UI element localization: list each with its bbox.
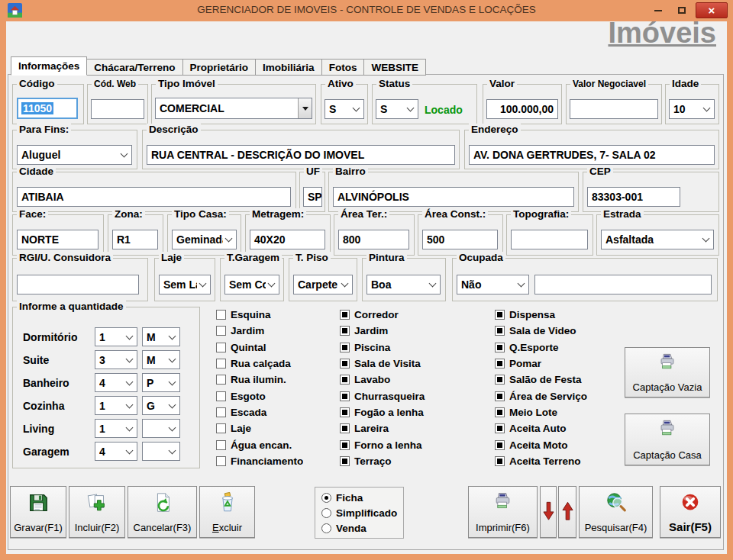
dormitorio-qty-select[interactable]: 1 xyxy=(95,327,137,346)
banheiro-size-select[interactable]: P xyxy=(142,373,180,392)
checkbox-dispensa[interactable]: Dispensa xyxy=(495,309,555,320)
incluir-button[interactable]: Incluir(F2) xyxy=(69,486,125,538)
status-select[interactable]: S xyxy=(376,99,418,119)
valor-input[interactable]: 100.000,00 xyxy=(486,99,558,119)
sair-button[interactable]: Sair(F5) xyxy=(660,486,721,538)
checkbox-laje[interactable]: Laje xyxy=(216,423,251,434)
suite-qty-select[interactable]: 3 xyxy=(95,350,137,369)
checkbox-churrasqueira[interactable]: Churrasqueira xyxy=(340,391,425,402)
excluir-button[interactable]: Excluir xyxy=(199,486,255,538)
checkbox-aceita-terreno[interactable]: Aceita Terreno xyxy=(495,455,581,467)
checkbox-lavabo[interactable]: Lavabo xyxy=(340,374,390,385)
dormitorio-size-select[interactable]: M xyxy=(142,327,180,346)
radio-venda[interactable]: Venda xyxy=(321,523,366,534)
pesquisar-button[interactable]: Pesquisar(F4) xyxy=(579,486,653,538)
cep-input[interactable]: 83303-001 xyxy=(587,187,680,207)
checkbox-forno-a-lenha[interactable]: Forno a lenha xyxy=(340,439,422,451)
checkbox-meio-lote[interactable]: Meio Lote xyxy=(495,407,557,418)
minimize-icon[interactable] xyxy=(648,2,668,18)
cod-web-input[interactable] xyxy=(91,99,144,119)
ocupada-extra-input[interactable] xyxy=(534,275,712,294)
dormitorio-label: Dormitório xyxy=(23,331,78,343)
checkbox-area-de-servico[interactable]: Área de Serviço xyxy=(495,391,587,402)
tab-website[interactable]: WEBSITE xyxy=(363,59,426,76)
tab-proprietario[interactable]: Proprietário xyxy=(182,59,257,76)
checkbox-financiamento[interactable]: Financiamento xyxy=(216,455,303,467)
checkbox-pomar[interactable]: Pomar xyxy=(495,358,541,369)
captacao-casa-button[interactable]: Captação Casa xyxy=(625,414,710,465)
checkbox-quintal[interactable]: Quintal xyxy=(216,342,266,353)
checkbox-box xyxy=(216,456,226,466)
checkbox-rua-calcada[interactable]: Rua calçada xyxy=(216,358,291,369)
area-ter-input[interactable]: 800 xyxy=(338,230,409,249)
checkbox-lareira[interactable]: Lareira xyxy=(340,423,389,434)
record-prev-button[interactable] xyxy=(558,486,576,538)
radio-simplificado[interactable]: Simplificado xyxy=(321,507,397,519)
checkbox-sala-de-video[interactable]: Sala de Video xyxy=(495,325,576,336)
checkbox-jardim-1[interactable]: Jardim xyxy=(216,325,264,336)
codigo-input[interactable]: 11050 xyxy=(17,98,78,119)
checkbox-esquina[interactable]: Esquina xyxy=(216,309,271,320)
tipo-casa-select[interactable]: Geminada xyxy=(172,230,237,249)
area-const-input[interactable]: 500 xyxy=(422,230,498,249)
laje-select[interactable]: Sem Laje xyxy=(159,275,211,294)
cidade-input[interactable]: ATIBAIA xyxy=(17,187,291,207)
checkbox-piscina[interactable]: Piscina xyxy=(340,342,390,353)
valor-negociavel-input[interactable] xyxy=(570,99,658,119)
gravar-button[interactable]: Gravar(F1) xyxy=(10,486,66,538)
para-fins-select[interactable]: Aluguel xyxy=(17,145,132,165)
pintura-select[interactable]: Boa xyxy=(366,275,441,294)
banheiro-qty-select[interactable]: 4 xyxy=(95,373,137,392)
imprimir-button[interactable]: Imprimir(F6) xyxy=(468,486,538,538)
garagem-size-select[interactable] xyxy=(142,442,180,461)
page-title: Imóveis xyxy=(608,17,716,50)
captacao-vazia-button[interactable]: Captação Vazia xyxy=(625,347,710,397)
tipo-imovel-select[interactable]: COMERCIAL xyxy=(155,98,312,119)
dropdown-button[interactable] xyxy=(298,98,312,118)
checkbox-jardim-2[interactable]: Jardim xyxy=(340,325,388,336)
face-input[interactable]: NORTE xyxy=(17,230,98,249)
descricao-input[interactable]: RUA CENTRAL - DESCRIÇÃO DO IMOVEL xyxy=(147,145,455,165)
checkbox-q-esporte[interactable]: Q.Esporte xyxy=(495,342,559,353)
living-qty-select[interactable]: 1 xyxy=(95,419,137,438)
zona-input[interactable]: R1 xyxy=(112,230,158,249)
living-size-select[interactable] xyxy=(142,419,180,438)
radio-ficha[interactable]: Ficha xyxy=(321,492,363,504)
checkbox-agua-encan[interactable]: Água encan. xyxy=(216,439,292,451)
ocupada-select[interactable]: Não xyxy=(457,275,529,294)
checkbox-aceita-auto[interactable]: Aceita Auto xyxy=(495,423,567,434)
checkbox-esgoto[interactable]: Esgoto xyxy=(216,391,266,402)
maximize-icon[interactable] xyxy=(672,2,692,18)
close-icon[interactable]: × xyxy=(696,2,728,18)
tab-informacoes[interactable]: Informações xyxy=(11,56,87,76)
rgi-input[interactable] xyxy=(17,275,139,294)
tab-imobiliaria[interactable]: Imobiliária xyxy=(255,59,322,76)
suite-size-select[interactable]: M xyxy=(142,350,180,369)
garagem-qty-select[interactable]: 4 xyxy=(95,442,137,461)
endereco-input[interactable]: AV. DONA GERTRUDES, 7- SALA 02 xyxy=(469,145,715,165)
cozinha-size-select[interactable]: G xyxy=(142,396,180,415)
estrada-select[interactable]: Asfaltada xyxy=(601,230,714,249)
tab-chacara-terreno[interactable]: Chácara/Terreno xyxy=(86,59,182,76)
checkbox-escada[interactable]: Escada xyxy=(216,407,266,418)
checkbox-rua-ilumin[interactable]: Rua ilumin. xyxy=(216,374,286,385)
checkbox-corredor[interactable]: Corredor xyxy=(340,309,399,320)
cozinha-qty-select[interactable]: 1 xyxy=(95,396,137,415)
sair-label: Sair(F5) xyxy=(669,520,712,533)
checkbox-aceita-moto[interactable]: Aceita Moto xyxy=(495,439,568,451)
checkbox-sala-de-visita[interactable]: Sala de Visita xyxy=(340,358,421,369)
cancelar-button[interactable]: Cancelar(F3) xyxy=(128,486,197,538)
record-next-button[interactable] xyxy=(540,486,557,538)
checkbox-fogao-a-lenha[interactable]: Fogão a lenha xyxy=(340,407,424,418)
topografia-input[interactable] xyxy=(511,230,588,249)
checkbox-terraco[interactable]: Terraço xyxy=(340,455,392,467)
ativo-select[interactable]: S xyxy=(325,99,364,119)
uf-input[interactable]: SP xyxy=(303,187,322,207)
bairro-input[interactable]: ALVINÓPOLIS xyxy=(333,187,574,207)
t-piso-select[interactable]: Carpete xyxy=(293,275,353,294)
idade-select[interactable]: 10 xyxy=(669,99,715,119)
t-garagem-select[interactable]: Sem Cobertura xyxy=(224,275,279,294)
metragem-input[interactable]: 40X20 xyxy=(250,230,325,249)
tab-fotos[interactable]: Fotos xyxy=(321,59,365,76)
checkbox-salao-de-festa[interactable]: Salão de Festa xyxy=(495,374,582,385)
